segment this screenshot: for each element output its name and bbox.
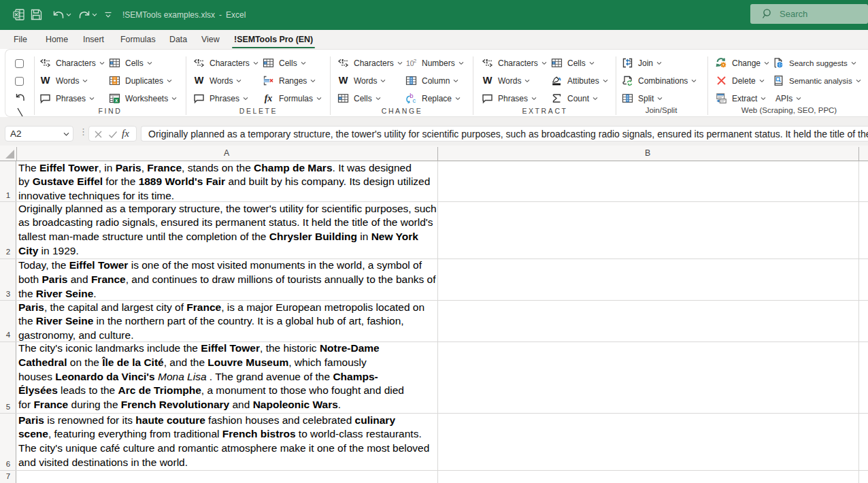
svg-text:2: 2 (414, 58, 416, 64)
svg-text:x: x (115, 98, 118, 103)
svg-text:c: c (413, 97, 416, 104)
